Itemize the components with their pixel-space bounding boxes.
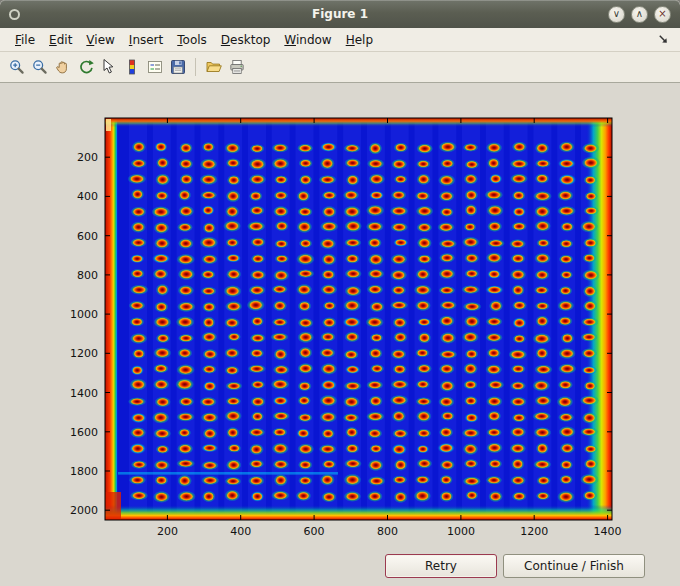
menu-item-edit[interactable]: Edit	[42, 30, 79, 50]
x-tick-label: 400	[230, 525, 251, 538]
x-tick-label: 600	[304, 525, 325, 538]
x-tick-label: 800	[377, 525, 398, 538]
y-tick-label: 1400	[70, 387, 98, 400]
retry-button[interactable]: Retry	[385, 554, 497, 578]
x-tick-label: 200	[157, 525, 178, 538]
figure-area: 2004006008001000120014002004006008001000…	[0, 83, 680, 586]
pan-hand-icon[interactable]	[51, 56, 74, 79]
y-tick-label: 200	[77, 151, 98, 164]
x-tick-label: 1400	[594, 525, 622, 538]
save-icon[interactable]	[166, 56, 189, 79]
close-button[interactable]: ×	[654, 6, 671, 23]
insert-legend-icon[interactable]	[143, 56, 166, 79]
maximize-button[interactable]: ∧	[631, 6, 648, 23]
plate-image	[105, 118, 612, 520]
open-folder-icon[interactable]	[202, 56, 225, 79]
titlebar[interactable]: Figure 1 ∨∧×	[0, 0, 680, 28]
figure-window: Figure 1 ∨∧× FileEditViewInsertToolsDesk…	[0, 0, 680, 586]
menu-item-file[interactable]: File	[8, 30, 42, 50]
menu-item-tools[interactable]: Tools	[170, 30, 214, 50]
print-icon[interactable]	[225, 56, 248, 79]
window-title: Figure 1	[0, 7, 680, 21]
y-tick-label: 1000	[70, 308, 98, 321]
window-menu-icon[interactable]	[9, 9, 20, 20]
menu-item-desktop[interactable]: Desktop	[214, 30, 278, 50]
continue-finish-button[interactable]: Continue / Finish	[503, 554, 645, 578]
toolbar-separator	[195, 58, 196, 76]
minimize-button[interactable]: ∨	[608, 6, 625, 23]
colorbar-icon[interactable]	[120, 56, 143, 79]
data-cursor-icon[interactable]	[97, 56, 120, 79]
y-tick-label: 600	[77, 230, 98, 243]
figure-canvas: 2004006008001000120014002004006008001000…	[0, 83, 680, 586]
y-tick-label: 2000	[70, 504, 98, 517]
menubar-items: FileEditViewInsertToolsDesktopWindowHelp	[8, 30, 380, 50]
x-tick-label: 1200	[520, 525, 548, 538]
menu-item-window[interactable]: Window	[277, 30, 338, 50]
y-tick-label: 800	[77, 269, 98, 282]
y-tick-label: 1200	[70, 347, 98, 360]
toolbar	[0, 52, 680, 83]
figure-plot: 2004006008001000120014002004006008001000…	[0, 83, 680, 586]
window-controls: ∨∧×	[608, 6, 671, 23]
menu-item-insert[interactable]: Insert	[122, 30, 170, 50]
rotate-3d-icon[interactable]	[74, 56, 97, 79]
menubar: FileEditViewInsertToolsDesktopWindowHelp	[0, 28, 680, 52]
y-tick-label: 400	[77, 190, 98, 203]
x-tick-label: 1000	[447, 525, 475, 538]
y-tick-label: 1600	[70, 426, 98, 439]
zoom-out-icon[interactable]	[28, 56, 51, 79]
menu-item-view[interactable]: View	[79, 30, 121, 50]
menu-item-help[interactable]: Help	[339, 30, 380, 50]
zoom-in-icon[interactable]	[5, 56, 28, 79]
dock-figure-icon[interactable]	[657, 33, 672, 46]
y-tick-label: 1800	[70, 465, 98, 478]
